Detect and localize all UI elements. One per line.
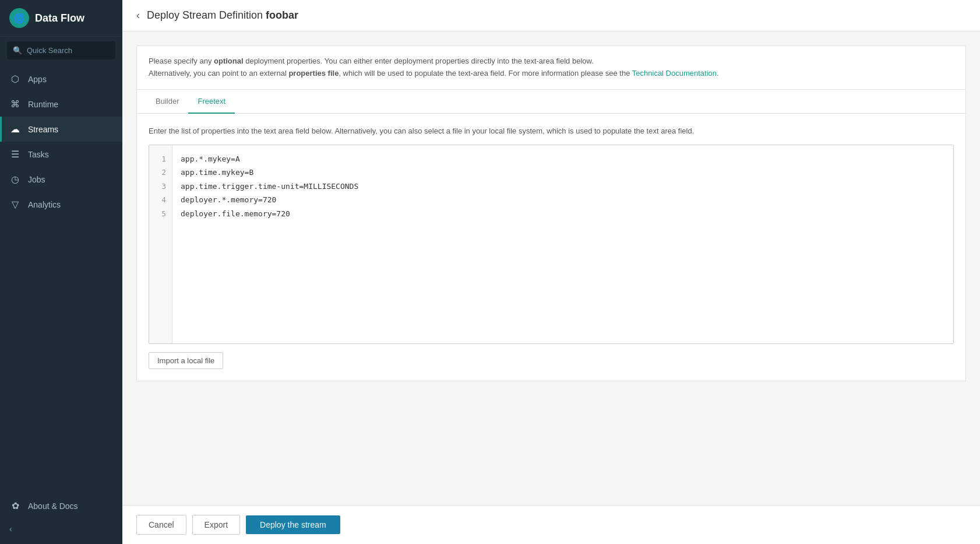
line-num-5: 5: [155, 207, 166, 220]
code-textarea[interactable]: app.*.mykey=A app.time.mykey=B app.time.…: [172, 145, 953, 343]
sidebar-item-about[interactable]: ✿ About & Docs: [0, 493, 122, 518]
streams-icon: ☁: [9, 124, 21, 135]
page-title-prefix: Deploy Stream Definition: [147, 9, 266, 21]
logo-icon: 🌀: [9, 8, 29, 28]
sidebar-item-label-analytics: Analytics: [28, 200, 61, 209]
back-button[interactable]: ‹: [136, 9, 140, 22]
sidebar-nav: ⬡ Apps ⌘ Runtime ☁ Streams ☰ Tasks ◷ Job…: [0, 64, 122, 493]
cancel-button[interactable]: Cancel: [136, 515, 186, 535]
jobs-icon: ◷: [9, 174, 21, 185]
desc-before-optional: Please specify any: [149, 57, 214, 65]
sidebar-item-streams[interactable]: ☁ Streams: [0, 117, 122, 142]
line-num-2: 2: [155, 166, 166, 179]
code-editor: 1 2 3 4 5 app.*.mykey=A app.time.mykey=B…: [149, 145, 954, 344]
runtime-icon: ⌘: [9, 99, 21, 110]
export-button[interactable]: Export: [192, 515, 240, 535]
sidebar-bottom: ✿ About & Docs ‹: [0, 493, 122, 544]
desc-before-props: Alternatively, you can point to an exter…: [149, 69, 288, 78]
search-placeholder: Quick Search: [27, 46, 72, 55]
import-local-file-button[interactable]: Import a local file: [149, 352, 223, 369]
sidebar-item-jobs[interactable]: ◷ Jobs: [0, 167, 122, 192]
desc-props-file: properties file: [288, 69, 339, 78]
stream-name: foobar: [266, 9, 298, 21]
sidebar-item-runtime[interactable]: ⌘ Runtime: [0, 92, 122, 117]
desc-after-optional: deployment properties. You can either en…: [244, 57, 594, 65]
sidebar-item-label-jobs: Jobs: [28, 175, 45, 184]
description-line1: Please specify any optional deployment p…: [149, 55, 954, 68]
tech-docs-link[interactable]: Technical Documentation: [632, 69, 717, 78]
sidebar-logo: 🌀 Data Flow: [0, 0, 122, 37]
line-num-4: 4: [155, 193, 166, 206]
tabs-header: Builder Freetext: [137, 90, 965, 114]
sidebar: 🌀 Data Flow 🔍 Quick Search ⬡ Apps ⌘ Runt…: [0, 0, 122, 544]
description-line2: Alternatively, you can point to an exter…: [149, 68, 954, 80]
desc-end: .: [717, 69, 719, 78]
deploy-stream-button[interactable]: Deploy the stream: [246, 515, 340, 534]
sidebar-logo-text: Data Flow: [35, 12, 84, 24]
sidebar-item-label-tasks: Tasks: [28, 150, 49, 159]
apps-icon: ⬡: [9, 73, 21, 85]
freetext-description: Enter the list of properties into the te…: [149, 125, 954, 137]
search-icon: 🔍: [13, 46, 22, 55]
actions-bar: Cancel Export Deploy the stream: [122, 505, 980, 544]
analytics-icon: ▽: [9, 199, 21, 210]
tasks-icon: ☰: [9, 149, 21, 160]
tab-freetext-content: Enter the list of properties into the te…: [137, 114, 965, 381]
sidebar-collapse-button[interactable]: ‹: [0, 518, 122, 539]
line-num-3: 3: [155, 180, 166, 193]
collapse-icon: ‹: [9, 524, 12, 534]
tab-freetext[interactable]: Freetext: [188, 90, 235, 114]
tab-builder[interactable]: Builder: [146, 90, 188, 114]
about-icon: ✿: [9, 500, 21, 511]
tabs-container: Builder Freetext Enter the list of prope…: [136, 90, 966, 382]
page-body: Please specify any optional deployment p…: [122, 31, 980, 505]
sidebar-item-label-about: About & Docs: [28, 501, 78, 511]
sidebar-item-tasks[interactable]: ☰ Tasks: [0, 142, 122, 167]
desc-optional: optional: [214, 57, 244, 65]
sidebar-item-label-runtime: Runtime: [28, 100, 58, 109]
page-title: Deploy Stream Definition foobar: [147, 9, 298, 22]
description-block: Please specify any optional deployment p…: [136, 45, 966, 90]
sidebar-item-analytics[interactable]: ▽ Analytics: [0, 192, 122, 217]
sidebar-item-apps[interactable]: ⬡ Apps: [0, 66, 122, 92]
line-num-1: 1: [155, 152, 166, 166]
main-content: ‹ Deploy Stream Definition foobar Please…: [122, 0, 980, 544]
sidebar-item-label-apps: Apps: [28, 75, 47, 84]
line-numbers: 1 2 3 4 5: [149, 145, 172, 343]
sidebar-search[interactable]: 🔍 Quick Search: [7, 41, 115, 59]
sidebar-item-label-streams: Streams: [28, 125, 58, 134]
desc-middle: , which will be used to populate the tex…: [339, 69, 632, 78]
page-header: ‹ Deploy Stream Definition foobar: [122, 0, 980, 31]
